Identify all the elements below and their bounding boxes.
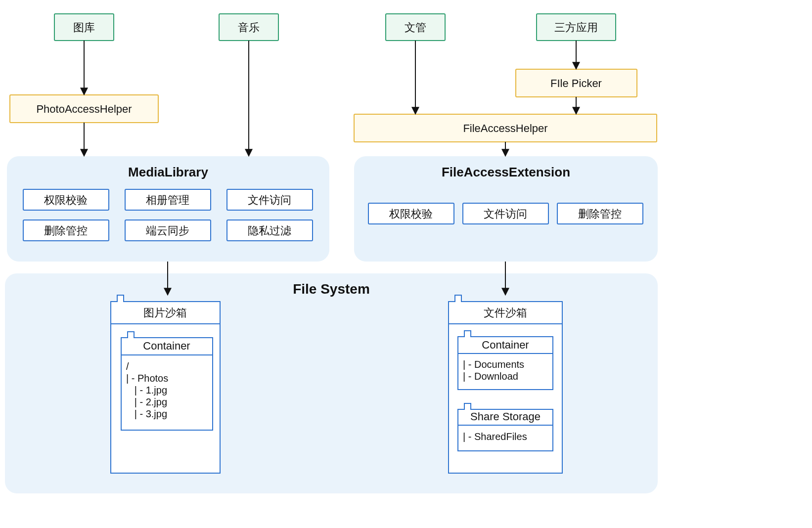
- file-access-helper-label: FileAccessHelper: [463, 122, 547, 134]
- file-container-title: Container: [482, 339, 529, 351]
- photo-access-helper-label: PhotoAccessHelper: [36, 103, 132, 115]
- photo-access-helper: PhotoAccessHelper: [10, 95, 158, 123]
- file-cont-line-0: | - Documents: [463, 359, 524, 370]
- file-cont-line-1: | - Download: [463, 371, 518, 382]
- image-container-title: Container: [143, 340, 190, 352]
- img-line-1: | - Photos: [126, 373, 168, 384]
- fae-item-delete: 删除管控: [578, 208, 622, 220]
- file-picker: FIle Picker: [516, 69, 637, 97]
- fae-item-access: 文件访问: [484, 208, 527, 220]
- share-storage-title: Share Storage: [470, 410, 541, 423]
- media-item-access: 文件访问: [248, 194, 291, 206]
- media-item-sync: 端云同步: [146, 224, 189, 237]
- file-picker-label: FIle Picker: [550, 77, 602, 89]
- image-sandbox-title: 图片沙箱: [143, 307, 187, 319]
- fae-title: FileAccessExtension: [442, 165, 570, 179]
- img-line-4: | - 3.jpg: [126, 408, 167, 419]
- app-music: 音乐: [219, 14, 278, 41]
- app-gallery-label: 图库: [73, 21, 95, 34]
- file-access-extension-panel: FileAccessExtension 权限校验 文件访问 删除管控: [354, 156, 658, 262]
- file-sandbox-title: 文件沙箱: [484, 307, 527, 319]
- app-music-label: 音乐: [238, 21, 260, 34]
- file-access-helper: FileAccessHelper: [354, 114, 657, 142]
- img-line-0: /: [126, 361, 129, 372]
- media-item-album: 相册管理: [146, 194, 189, 206]
- app-gallery: 图库: [54, 14, 114, 41]
- media-item-delete: 删除管控: [44, 224, 88, 237]
- image-sandbox: 图片沙箱 Container / | - Photos | - 1.jpg | …: [111, 295, 220, 473]
- media-item-privacy: 隐私过滤: [248, 224, 291, 237]
- file-sandbox: 文件沙箱 Container | - Documents | - Downloa…: [449, 295, 562, 473]
- app-filemgr-label: 文管: [405, 21, 426, 34]
- share-line-0: | - SharedFiles: [463, 431, 527, 442]
- media-library-panel: MediaLibrary 权限校验 相册管理 文件访问 删除管控 端云同步 隐私…: [7, 156, 329, 262]
- media-library-title: MediaLibrary: [128, 165, 208, 179]
- app-filemgr: 文管: [386, 14, 445, 41]
- app-thirdparty-label: 三方应用: [554, 21, 598, 34]
- diagram-canvas: 图库 音乐 文管 三方应用 PhotoAccessHelper FIle Pic…: [0, 0, 812, 528]
- fae-item-perm: 权限校验: [389, 208, 433, 220]
- app-thirdparty: 三方应用: [537, 14, 616, 41]
- img-line-3: | - 2.jpg: [126, 396, 167, 407]
- file-system-panel: File System 图片沙箱 Container / | - Photos …: [5, 273, 658, 493]
- file-system-title: File System: [293, 281, 370, 297]
- media-item-perm: 权限校验: [44, 194, 88, 206]
- img-line-2: | - 1.jpg: [126, 385, 167, 396]
